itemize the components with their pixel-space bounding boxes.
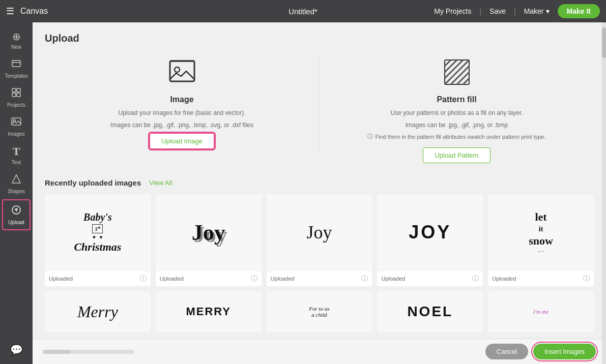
pattern-option-desc1: Use your patterns or photos as a fill on… (390, 108, 523, 117)
upload-options: Image Upload your images for free (basic… (45, 54, 594, 163)
svg-rect-0 (12, 60, 20, 67)
partial-thumb-3: For to us a child (309, 306, 329, 318)
sidebar-item-label-shapes: Shapes (8, 189, 25, 194)
image-thumb-3: Joy (267, 194, 372, 270)
svg-rect-5 (17, 93, 20, 97)
thumb-text-3: Joy (306, 222, 332, 243)
sidebar-item-templates[interactable]: Templates (0, 54, 33, 83)
maker-dropdown[interactable]: Maker ▾ (524, 7, 550, 15)
svg-rect-3 (17, 88, 20, 92)
sidebar-item-projects[interactable]: Projects (0, 83, 33, 112)
menu-icon[interactable]: ☰ (6, 6, 14, 17)
main-layout: ⊕ New Templates Projects Images T Text (0, 22, 606, 364)
partial-card-3[interactable]: For to us a child (267, 291, 372, 332)
sidebar-item-label-upload: Upload (8, 220, 24, 225)
shapes-icon (11, 173, 22, 187)
info-icon-2[interactable]: ⓘ (251, 274, 257, 283)
upload-icon (11, 204, 22, 218)
sidebar-item-chat[interactable]: 💬 (0, 340, 33, 360)
image-card-4[interactable]: JOY Uploaded ⓘ (377, 194, 483, 286)
thumb-text-4: JOY (409, 222, 451, 243)
pattern-option-info: ⓘ Find them in the pattern fill attribut… (367, 133, 545, 140)
partial-card-2[interactable]: MERRY (156, 291, 262, 332)
app-logo: Canvas (20, 7, 48, 16)
thumb-text-1: Baby's 1st ♥ ♥ Christmas (74, 211, 121, 254)
view-all-link[interactable]: View All (149, 179, 172, 187)
bottom-row: Merry MERRY For to us a child NOEL I'm (45, 291, 594, 332)
new-icon: ⊕ (12, 31, 21, 43)
partial-thumb-5: I'm the (533, 309, 549, 315)
info-icon-5[interactable]: ⓘ (583, 274, 590, 283)
upload-panel: Upload Image Upload your images for fre (33, 22, 606, 339)
image-footer-3: Uploaded ⓘ (267, 270, 372, 286)
sidebar-item-label-new: New (11, 44, 21, 50)
sidebar-item-shapes[interactable]: Shapes (0, 169, 33, 198)
sidebar-item-images[interactable]: Images (0, 112, 33, 141)
upload-pattern-button[interactable]: Upload Pattern (423, 147, 490, 163)
topbar: ☰ Canvas Untitled* My Projects | Save | … (0, 0, 606, 22)
sidebar-item-upload[interactable]: Upload (2, 199, 31, 230)
bottom-actions: Cancel Insert Images (485, 344, 596, 359)
partial-card-4[interactable]: NOEL (377, 291, 483, 332)
image-label-2: Uploaded (160, 276, 184, 282)
image-label-5: Uploaded (492, 276, 516, 282)
upload-pattern-option: Pattern fill Use your patterns or photos… (320, 54, 594, 163)
maker-label: Maker (524, 7, 544, 15)
pattern-option-icon (439, 54, 475, 90)
image-label-1: Uploaded (49, 276, 73, 282)
sidebar-item-label-projects: Projects (7, 102, 25, 108)
sidebar-item-new[interactable]: ⊕ New (0, 26, 33, 54)
chat-icon: 💬 (10, 344, 23, 356)
make-it-button[interactable]: Make It (558, 4, 600, 18)
upload-image-button[interactable]: Upload Image (149, 133, 215, 149)
sidebar-item-label-text: Text (12, 160, 21, 165)
images-icon (11, 116, 22, 130)
svg-line-20 (457, 72, 469, 84)
image-card-1[interactable]: Baby's 1st ♥ ♥ Christmas Uploaded ⓘ (45, 194, 151, 286)
save-link[interactable]: Save (489, 7, 506, 15)
cancel-button[interactable]: Cancel (485, 344, 528, 359)
partial-thumb-1: Merry (77, 302, 118, 321)
svg-line-21 (463, 78, 469, 84)
image-option-title: Image (170, 95, 193, 104)
sidebar-item-label-templates: Templates (5, 73, 28, 79)
image-footer-5: Uploaded ⓘ (488, 270, 594, 286)
svg-line-18 (445, 60, 469, 84)
pattern-option-desc2: Images can be .jpg, .gif, .png, or .bmp (406, 120, 508, 130)
info-icon-1[interactable]: ⓘ (140, 274, 147, 283)
projects-icon (11, 87, 22, 101)
image-thumb-5: let it snow · · · (488, 194, 594, 270)
svg-rect-11 (170, 61, 194, 81)
sidebar: ⊕ New Templates Projects Images T Text (0, 22, 33, 364)
images-grid: Baby's 1st ♥ ♥ Christmas Uploaded ⓘ (45, 194, 594, 286)
svg-rect-2 (12, 88, 16, 92)
topbar-right: My Projects | Save | Maker ▾ Make It (434, 4, 600, 18)
info-icon: ⓘ (367, 133, 373, 140)
image-option-icon (164, 54, 200, 90)
upload-image-option: Image Upload your images for free (basic… (45, 54, 320, 149)
chevron-down-icon: ▾ (546, 7, 550, 15)
my-projects-link[interactable]: My Projects (434, 7, 471, 15)
bottom-bar: Cancel Insert Images (33, 339, 606, 364)
scrollbar-thumb[interactable] (602, 27, 606, 58)
info-icon-4[interactable]: ⓘ (472, 274, 479, 283)
scrollbar-track[interactable] (602, 22, 606, 364)
partial-thumb-2: MERRY (186, 305, 231, 318)
text-icon: T (13, 145, 20, 158)
image-label-3: Uploaded (271, 276, 295, 282)
image-card-2[interactable]: Joy Joy Uploaded ⓘ (156, 194, 262, 286)
image-card-3[interactable]: Joy Uploaded ⓘ (267, 194, 372, 286)
image-option-desc2: Images can be .jpg, .gif, .png, .bmp, .s… (110, 120, 253, 130)
partial-thumb-4: NOEL (407, 304, 453, 320)
partial-card-1[interactable]: Merry (45, 291, 151, 332)
insert-images-button[interactable]: Insert Images (533, 344, 596, 359)
progress-bar (43, 350, 134, 354)
recent-section-title: Recently uploaded images (45, 178, 141, 187)
upload-title: Upload (45, 33, 594, 44)
thumb-text-5: let it snow · · · (529, 210, 553, 254)
pattern-option-title: Pattern fill (437, 95, 476, 104)
info-icon-3[interactable]: ⓘ (361, 274, 368, 283)
partial-card-5[interactable]: I'm the (488, 291, 594, 332)
image-card-5[interactable]: let it snow · · · Uploaded ⓘ (488, 194, 594, 286)
sidebar-item-text[interactable]: T Text (0, 141, 33, 169)
